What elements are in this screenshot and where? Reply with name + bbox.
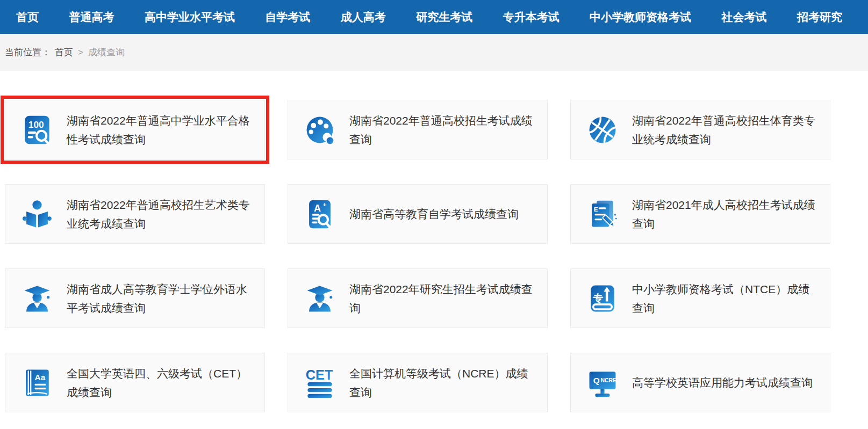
cet-bars-icon [304, 367, 335, 398]
exam-card[interactable]: 高等学校英语应用能力考试成绩查询 [570, 353, 830, 412]
nav-item[interactable]: 专升本考试 [503, 0, 559, 34]
nav-item[interactable]: 成人高考 [341, 0, 386, 34]
exam-card-title: 湖南省2022年普通高校招生体育类专业统考成绩查询 [632, 111, 820, 149]
exam-card-title: 湖南省成人高等教育学士学位外语水平考试成绩查询 [67, 280, 255, 317]
nav-item[interactable]: 高中学业水平考试 [145, 0, 235, 34]
exam-card-title: 湖南省2021年成人高校招生考试成绩查询 [632, 195, 820, 233]
score-100-search-icon [21, 114, 53, 146]
palette-icon [304, 114, 335, 146]
breadcrumb-label: 当前位置： [5, 46, 51, 59]
exam-card[interactable]: 湖南省成人高等教育学士学位外语水平考试成绩查询 [5, 268, 265, 328]
exam-card[interactable]: 湖南省2022年普通高校招生考试成绩查询 [288, 100, 548, 159]
top-nav: 首页普通高考高中学业水平考试自学考试成人高考研究生考试专升本考试中小学教师资格考… [0, 0, 868, 34]
page: 首页普通高考高中学业水平考试自学考试成人高考研究生考试专升本考试中小学教师资格考… [0, 0, 868, 429]
graduate-icon [21, 283, 53, 314]
exam-card-title: 湖南省2022年普通高校招生考试成绩查询 [349, 111, 537, 149]
a-plus-document-search-icon [304, 199, 335, 230]
nav-item[interactable]: 招考研究 [797, 0, 842, 34]
exam-card[interactable]: 湖南省高等教育自学考试成绩查询 [288, 184, 548, 244]
exam-card-title: 中小学教师资格考试（NTCE）成绩查询 [632, 280, 820, 317]
exam-card-highlighted[interactable]: 湖南省2022年普通高中学业水平合格性考试成绩查询 [5, 100, 265, 159]
breadcrumb: 当前位置： 首页 > 成绩查询 [0, 34, 868, 71]
exam-card[interactable]: 湖南省2022年普通高校招生艺术类专业统考成绩查询 [5, 184, 265, 244]
book-up-arrow-icon [587, 283, 618, 314]
exam-card[interactable]: 中小学教师资格考试（NTCE）成绩查询 [570, 268, 830, 328]
exam-card-title: 湖南省2022年研究生招生考试成绩查询 [349, 280, 537, 317]
cards-grid: 湖南省2022年普通高中学业水平合格性考试成绩查询 湖南省2022年普通高校招生… [5, 100, 830, 412]
document-pencil-icon [587, 199, 618, 230]
exam-card-title: 湖南省2022年普通高校招生艺术类专业统考成绩查询 [67, 195, 255, 233]
exam-card[interactable]: 湖南省2022年普通高校招生体育类专业统考成绩查询 [570, 100, 830, 159]
breadcrumb-separator: > [78, 47, 83, 58]
exam-card-title: 湖南省高等教育自学考试成绩查询 [349, 205, 519, 223]
nav-item[interactable]: 社会考试 [722, 0, 767, 34]
breadcrumb-current: 成绩查询 [88, 46, 125, 59]
nav-item[interactable]: 自学考试 [265, 0, 310, 34]
reading-person-icon [21, 199, 53, 230]
dictionary-icon [21, 367, 53, 398]
exam-card-title: 全国计算机等级考试（NCRE）成绩查询 [349, 364, 537, 402]
exam-card-title: 全国大学英语四、六级考试（CET）成绩查询 [67, 364, 255, 402]
exam-card-title: 高等学校英语应用能力考试成绩查询 [632, 373, 813, 392]
nav-item[interactable]: 研究生考试 [416, 0, 472, 34]
monitor-ncre-icon [587, 367, 618, 398]
graduate-icon [304, 283, 335, 314]
exam-card[interactable]: 湖南省2022年研究生招生考试成绩查询 [288, 268, 548, 328]
breadcrumb-home-link[interactable]: 首页 [55, 46, 73, 59]
exam-card[interactable]: 全国大学英语四、六级考试（CET）成绩查询 [5, 353, 265, 412]
basketball-icon [587, 114, 618, 146]
nav-item[interactable]: 首页 [16, 0, 39, 34]
exam-card[interactable]: 全国计算机等级考试（NCRE）成绩查询 [288, 353, 548, 412]
nav-item[interactable]: 普通高考 [69, 0, 114, 34]
exam-card-title: 湖南省2022年普通高中学业水平合格性考试成绩查询 [67, 111, 255, 149]
exam-card[interactable]: 湖南省2021年成人高校招生考试成绩查询 [570, 184, 830, 244]
nav-item[interactable]: 中小学教师资格考试 [590, 0, 691, 34]
